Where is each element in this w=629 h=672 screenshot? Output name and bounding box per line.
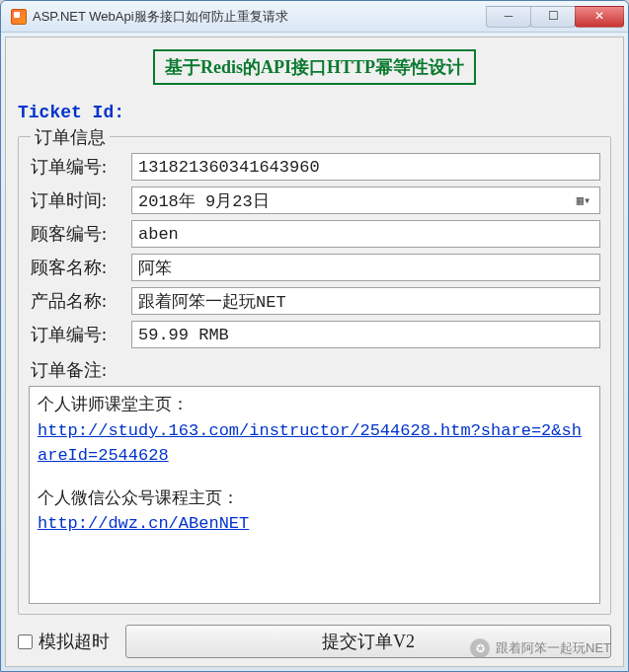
textarea-remarks[interactable]: 个人讲师课堂主页： http://study.163.com/instructo… (29, 386, 600, 604)
titlebar[interactable]: ASP.NET WebApi服务接口如何防止重复请求 ─ ☐ ✕ (1, 1, 628, 33)
input-customer-name[interactable] (131, 254, 600, 281)
row-product-name: 产品名称: (29, 287, 600, 315)
checkbox-icon (18, 635, 33, 649)
app-icon (11, 9, 27, 25)
close-button[interactable]: ✕ (575, 6, 624, 28)
label-product-name: 产品名称: (29, 289, 131, 313)
input-product-name[interactable] (131, 287, 600, 315)
label-customer-name: 顾客名称: (29, 256, 131, 279)
header-banner-text: 基于Redis的API接口HTTP幂等性设计 (153, 49, 476, 85)
remarks-link1[interactable]: http://study.163.com/instructor/2544628.… (38, 418, 591, 469)
row-customer-no: 顾客编号: (29, 220, 600, 248)
submit-button[interactable]: 提交订单V2 (125, 625, 611, 658)
ticket-id-label: Ticket Id: (18, 103, 611, 122)
input-customer-no[interactable] (131, 220, 600, 248)
label-price: 订单编号: (29, 323, 131, 346)
timeout-checkbox[interactable]: 模拟超时 (18, 630, 110, 653)
client-area: 基于Redis的API接口HTTP幂等性设计 Ticket Id: 订单信息 订… (5, 37, 624, 667)
remarks-line2: 个人微信公众号课程主页： (38, 486, 591, 512)
input-order-time[interactable]: 2018年 9月23日 ▦▾ (131, 187, 600, 214)
label-remarks: 订单备注: (31, 358, 600, 382)
remarks-spacer (38, 469, 591, 486)
remarks-link2[interactable]: http://dwz.cn/ABenNET (38, 511, 591, 537)
row-order-no: 订单编号: (29, 153, 600, 181)
header-banner: 基于Redis的API接口HTTP幂等性设计 (18, 49, 611, 85)
input-order-no[interactable] (131, 153, 600, 181)
timeout-checkbox-label: 模拟超时 (39, 630, 110, 653)
label-order-no: 订单编号: (29, 155, 131, 179)
groupbox-legend: 订单信息 (31, 125, 110, 149)
remarks-line1: 个人讲师课堂主页： (38, 393, 591, 418)
minimize-button[interactable]: ─ (486, 6, 531, 28)
maximize-button[interactable]: ☐ (530, 6, 576, 28)
row-customer-name: 顾客名称: (29, 254, 600, 281)
window-controls: ─ ☐ ✕ (487, 6, 624, 28)
order-info-groupbox: 订单信息 订单编号: 订单时间: 2018年 9月23日 ▦▾ 顾客编号: 顾客… (18, 136, 611, 615)
order-time-value: 2018年 9月23日 (138, 189, 270, 212)
row-order-time: 订单时间: 2018年 9月23日 ▦▾ (29, 187, 600, 214)
label-order-time: 订单时间: (29, 188, 131, 212)
window-title: ASP.NET WebApi服务接口如何防止重复请求 (33, 8, 487, 26)
row-price: 订单编号: (29, 321, 600, 348)
calendar-dropdown-icon[interactable]: ▦▾ (574, 193, 593, 208)
main-window: ASP.NET WebApi服务接口如何防止重复请求 ─ ☐ ✕ 基于Redis… (0, 0, 629, 672)
input-price[interactable] (131, 321, 600, 348)
label-customer-no: 顾客编号: (29, 222, 131, 246)
bottom-row: 模拟超时 提交订单V2 (18, 625, 611, 658)
